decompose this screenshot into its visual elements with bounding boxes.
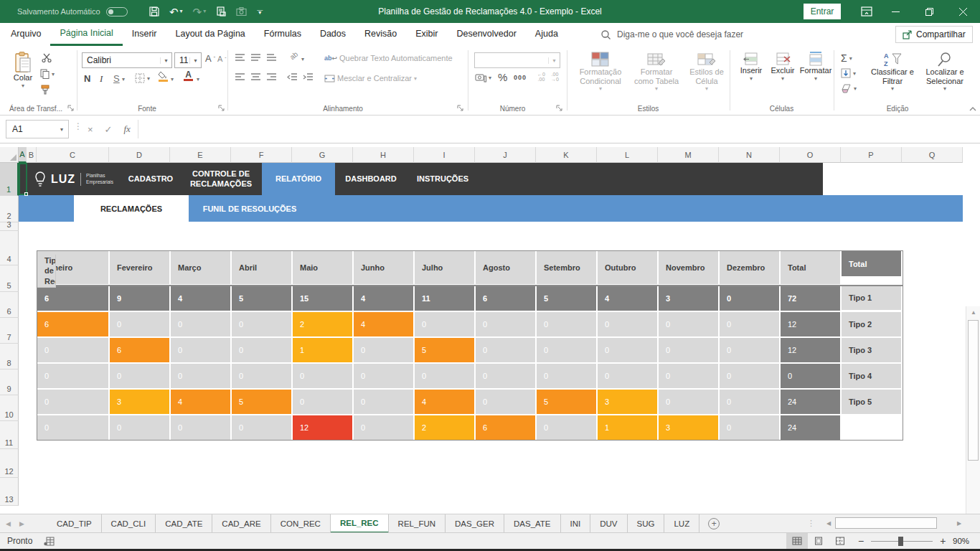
align-center-button[interactable]	[250, 73, 261, 81]
cell-tipo-3-maio[interactable]: 0	[293, 364, 352, 388]
column-header-j[interactable]: J	[475, 147, 536, 163]
horizontal-scrollbar[interactable]: ◀ ▶	[822, 517, 966, 530]
total-column-header[interactable]: Total	[781, 251, 840, 284]
nav-tab-controle-de-reclamacoes[interactable]: CONTROLE DE RECLAMAÇÕES	[179, 163, 263, 195]
insert-dropdown-icon[interactable]: ▾	[750, 75, 753, 82]
cell-tipo-1-abril[interactable]: 0	[232, 312, 291, 336]
sign-in-button[interactable]: Entrar	[804, 4, 841, 19]
scroll-left-icon[interactable]: ◀	[822, 517, 835, 530]
cell-tipo-5-outubro[interactable]: 1	[598, 415, 657, 440]
column-header-k[interactable]: K	[536, 147, 597, 163]
row-header-7[interactable]: 7	[0, 318, 19, 344]
subtab-reclamacoes[interactable]: RECLAMAÇÕES	[74, 195, 189, 222]
sheet-tab-sug[interactable]: SUG	[628, 514, 665, 533]
fill-dropdown-icon[interactable]: ▾	[853, 70, 856, 77]
menu-tab-ajuda[interactable]: Ajuda	[526, 23, 567, 46]
decrease-font-button[interactable]: Aˇ	[217, 55, 227, 63]
cell-total-setembro[interactable]: 5	[537, 286, 596, 311]
cell-tipo-1-total[interactable]: 12	[781, 312, 840, 336]
borders-button[interactable]: ▾	[135, 73, 150, 83]
cell-total-junho[interactable]: 4	[354, 286, 413, 311]
horizontal-scroll-thumb[interactable]	[835, 517, 937, 529]
align-bottom-button[interactable]	[266, 54, 277, 62]
conditional-formatting-dropdown-icon[interactable]: ▾	[599, 85, 602, 92]
row-label-tipo-3[interactable]: Tipo 3	[842, 338, 901, 362]
bold-button[interactable]: N	[84, 73, 90, 84]
row-label-total[interactable]: Total	[842, 251, 901, 276]
cell-tipo-4-agosto[interactable]: 0	[476, 390, 535, 414]
scroll-up-icon[interactable]: ▲	[966, 306, 980, 319]
sheet-tab-das-ger[interactable]: DAS_GER	[446, 514, 504, 533]
sheet-tab-duv[interactable]: DUV	[590, 514, 627, 533]
number-format-combo[interactable]: ▾	[474, 52, 560, 68]
increase-decimal-button[interactable]: ←0.00	[537, 72, 545, 82]
cell-tipo-1-janeiro[interactable]: 6	[37, 312, 108, 336]
merge-dropdown-icon[interactable]: ▾	[414, 75, 417, 82]
cell-tipo-3-junho[interactable]: 0	[354, 364, 413, 388]
underline-button[interactable]: S	[113, 73, 120, 84]
table-corner-header[interactable]: Tipos deReclamações	[37, 255, 56, 288]
cell-tipo-4-setembro[interactable]: 5	[537, 390, 596, 414]
column-header-g[interactable]: G	[292, 147, 353, 163]
orientation-dropdown-icon[interactable]: ▾	[301, 56, 304, 62]
cancel-entry-button[interactable]: ×	[88, 124, 93, 135]
decrease-indent-button[interactable]	[287, 73, 298, 81]
scroll-right-icon[interactable]: ▶	[953, 517, 966, 530]
cell-total-abril[interactable]: 5	[232, 286, 291, 311]
clipboard-dialog-launcher-icon[interactable]	[67, 105, 75, 112]
copy-button[interactable]: ▾	[40, 69, 55, 79]
cell-tipo-3-outubro[interactable]: 0	[598, 364, 657, 388]
insert-function-button[interactable]: fx	[124, 123, 131, 135]
cell-total-novembro[interactable]: 3	[659, 286, 718, 311]
menu-tab-pagina-inicial[interactable]: Página Inicial	[50, 23, 122, 46]
fill-color-dropdown-icon[interactable]: ▾	[171, 76, 174, 83]
cell-tipo-4-abril[interactable]: 5	[232, 390, 291, 414]
cell-total-fevereiro[interactable]: 9	[110, 286, 169, 311]
sheet-tab-con-rec[interactable]: CON_REC	[271, 514, 331, 533]
copy-dropdown-icon[interactable]: ▾	[52, 71, 55, 77]
new-sheet-button[interactable]: +	[708, 514, 720, 533]
row-header-5[interactable]: 5	[0, 265, 19, 292]
collapse-ribbon-icon[interactable]	[969, 106, 977, 112]
sheet-tab-ini[interactable]: INI	[561, 514, 591, 533]
cell-tipo-1-outubro[interactable]: 0	[598, 312, 657, 336]
column-header-d[interactable]: D	[109, 147, 170, 163]
column-header-b[interactable]: B	[27, 147, 37, 163]
cell-tipo-2-total[interactable]: 12	[781, 338, 840, 362]
autosave-toggle[interactable]	[106, 7, 128, 17]
cell-tipo-5-abril[interactable]: 0	[232, 415, 291, 440]
percent-style-button[interactable]: %	[498, 71, 507, 83]
menu-tab-dados[interactable]: Dados	[311, 23, 355, 46]
insert-cells-button[interactable]: Inserir ▾	[736, 52, 766, 82]
cell-tipo-3-julho[interactable]: 0	[415, 364, 474, 388]
cell-tipo-4-fevereiro[interactable]: 3	[110, 390, 169, 414]
share-button[interactable]: Compartilhar	[895, 26, 973, 43]
accounting-dropdown-icon[interactable]: ▾	[489, 75, 491, 81]
align-middle-button[interactable]	[250, 54, 261, 62]
cell-tipo-5-fevereiro[interactable]: 0	[110, 415, 169, 440]
cell-tipo-5-maio[interactable]: 12	[293, 415, 352, 440]
row-label-tipo-1[interactable]: Tipo 1	[842, 286, 901, 310]
comma-style-button[interactable]: 000	[514, 74, 527, 81]
row-header-6[interactable]: 6	[0, 292, 19, 318]
menu-tab-inserir[interactable]: Inserir	[123, 23, 166, 46]
row-label-tipo-4[interactable]: Tipo 4	[842, 364, 901, 388]
format-cells-button[interactable]: Formatar ▾	[799, 52, 832, 82]
underline-dropdown-icon[interactable]: ▾	[122, 76, 125, 83]
column-header-a[interactable]: A	[19, 147, 27, 163]
sheet-nav-right-icon[interactable]: ▶	[19, 520, 24, 527]
cell-tipo-4-janeiro[interactable]: 0	[37, 390, 108, 414]
find-select-button[interactable]: Localizar e Selecionar ▾	[920, 52, 970, 92]
sheet-tab-cad-tip[interactable]: CAD_TIP	[47, 514, 102, 533]
page-break-view-button[interactable]	[829, 533, 851, 549]
cell-total-marco[interactable]: 4	[171, 286, 230, 311]
month-header-outubro[interactable]: Outubro	[598, 251, 657, 284]
autosum-dropdown-icon[interactable]: ▾	[849, 55, 852, 62]
month-header-julho[interactable]: Julho	[415, 251, 474, 284]
column-header-l[interactable]: L	[597, 147, 658, 163]
cell-styles-button[interactable]: Estilos de Célula ▾	[684, 52, 729, 92]
cell-tipo-5-junho[interactable]: 0	[354, 415, 413, 440]
column-header-o[interactable]: O	[780, 147, 841, 163]
column-header-c[interactable]: C	[37, 147, 109, 163]
column-header-i[interactable]: I	[414, 147, 475, 163]
